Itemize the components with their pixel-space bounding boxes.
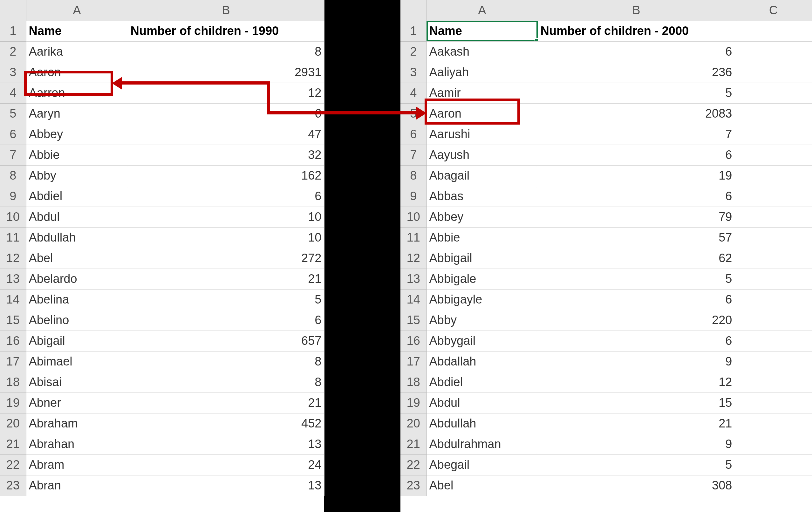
table-row[interactable]: 1NameNumber of children - 2000	[401, 21, 812, 41]
row-header[interactable]: 6	[0, 124, 26, 145]
cell-B7[interactable]: 32	[128, 145, 324, 165]
cell-A3[interactable]: Aaliyah	[427, 62, 538, 83]
table-row[interactable]: 7Aayush6	[401, 145, 812, 165]
cell-C18[interactable]	[735, 372, 812, 393]
cell-A10[interactable]: Abdul	[26, 206, 128, 227]
cell-A4[interactable]: Aamir	[427, 83, 538, 103]
row-header[interactable]: 7	[0, 145, 26, 165]
cell-A8[interactable]: Abby	[26, 165, 128, 186]
cell-B4[interactable]: 5	[538, 83, 735, 103]
cell-C13[interactable]	[735, 268, 812, 289]
cell-B20[interactable]: 452	[128, 413, 324, 434]
cell-B5[interactable]: 6	[128, 103, 324, 124]
select-all-corner[interactable]	[0, 0, 26, 21]
cell-B8[interactable]: 19	[538, 165, 735, 186]
cell-A1[interactable]: Name	[26, 21, 128, 41]
table-row[interactable]: 13Abelardo21	[0, 268, 324, 289]
cell-A17[interactable]: Abimael	[26, 351, 128, 372]
cell-C20[interactable]	[735, 413, 812, 434]
table-row[interactable]: 12Abbigail62	[401, 248, 812, 268]
row-header[interactable]: 6	[401, 124, 427, 145]
row-header[interactable]: 2	[401, 41, 427, 62]
cell-B8[interactable]: 162	[128, 165, 324, 186]
cell-A9[interactable]: Abdiel	[26, 186, 128, 206]
cell-A13[interactable]: Abbigale	[427, 268, 538, 289]
column-header-row[interactable]: A B C	[401, 0, 812, 21]
table-row[interactable]: 15Abelino6	[0, 310, 324, 331]
table-row[interactable]: 8Abagail19	[401, 165, 812, 186]
table-row[interactable]: 19Abner21	[0, 393, 324, 413]
cell-B19[interactable]: 21	[128, 393, 324, 413]
cell-B22[interactable]: 5	[538, 454, 735, 475]
cell-A22[interactable]: Abegail	[427, 454, 538, 475]
cell-C6[interactable]	[735, 124, 812, 145]
table-row[interactable]: 3Aaliyah236	[401, 62, 812, 83]
cell-B6[interactable]: 47	[128, 124, 324, 145]
cell-B16[interactable]: 6	[538, 331, 735, 351]
table-row[interactable]: 5Aaron2083	[401, 103, 812, 124]
cell-A20[interactable]: Abdullah	[427, 413, 538, 434]
cell-B11[interactable]: 10	[128, 227, 324, 248]
table-row[interactable]: 22Abram24	[0, 454, 324, 475]
row-header[interactable]: 21	[401, 434, 427, 454]
table-row[interactable]: 20Abdullah21	[401, 413, 812, 434]
row-header[interactable]: 5	[0, 103, 26, 124]
cell-C9[interactable]	[735, 186, 812, 206]
table-row[interactable]: 7Abbie32	[0, 145, 324, 165]
table-row[interactable]: 19Abdul15	[401, 393, 812, 413]
table-row[interactable]: 6Abbey47	[0, 124, 324, 145]
table-row[interactable]: 21Abrahan13	[0, 434, 324, 454]
row-header[interactable]: 23	[0, 475, 26, 496]
cell-A2[interactable]: Aakash	[427, 41, 538, 62]
cell-A15[interactable]: Abby	[427, 310, 538, 331]
cell-B11[interactable]: 57	[538, 227, 735, 248]
cell-A12[interactable]: Abbigail	[427, 248, 538, 268]
cell-A23[interactable]: Abran	[26, 475, 128, 496]
cell-A17[interactable]: Abdallah	[427, 351, 538, 372]
row-header[interactable]: 22	[401, 454, 427, 475]
cell-B9[interactable]: 6	[128, 186, 324, 206]
cell-B15[interactable]: 6	[128, 310, 324, 331]
column-header-row[interactable]: A B	[0, 0, 324, 21]
table-row[interactable]: 9Abbas6	[401, 186, 812, 206]
cell-B16[interactable]: 657	[128, 331, 324, 351]
cell-B17[interactable]: 9	[538, 351, 735, 372]
row-header[interactable]: 18	[0, 372, 26, 393]
cell-B20[interactable]: 21	[538, 413, 735, 434]
cell-B18[interactable]: 12	[538, 372, 735, 393]
cell-B12[interactable]: 272	[128, 248, 324, 268]
row-header[interactable]: 2	[0, 41, 26, 62]
row-header[interactable]: 19	[401, 393, 427, 413]
table-row[interactable]: 3Aaron2931	[0, 62, 324, 83]
cell-B3[interactable]: 236	[538, 62, 735, 83]
row-header[interactable]: 12	[401, 248, 427, 268]
row-header[interactable]: 1	[401, 21, 427, 41]
cell-B10[interactable]: 79	[538, 206, 735, 227]
row-header[interactable]: 23	[401, 475, 427, 496]
cell-A19[interactable]: Abner	[26, 393, 128, 413]
row-header[interactable]: 1	[0, 21, 26, 41]
table-row[interactable]: 14Abelina5	[0, 289, 324, 310]
cell-B19[interactable]: 15	[538, 393, 735, 413]
cell-A7[interactable]: Aayush	[427, 145, 538, 165]
table-row[interactable]: 13Abbigale5	[401, 268, 812, 289]
cell-A5[interactable]: Aaron	[427, 103, 538, 124]
row-header[interactable]: 15	[0, 310, 26, 331]
cell-C16[interactable]	[735, 331, 812, 351]
cell-A21[interactable]: Abrahan	[26, 434, 128, 454]
col-header-A[interactable]: A	[26, 0, 128, 21]
select-all-corner[interactable]	[401, 0, 427, 21]
table-row[interactable]: 5Aaryn6	[0, 103, 324, 124]
row-header[interactable]: 5	[401, 103, 427, 124]
table-row[interactable]: 18Abdiel12	[401, 372, 812, 393]
cell-A1[interactable]: Name	[427, 21, 538, 41]
cell-B21[interactable]: 9	[538, 434, 735, 454]
cell-A11[interactable]: Abbie	[427, 227, 538, 248]
cell-B23[interactable]: 13	[128, 475, 324, 496]
table-row[interactable]: 12Abel272	[0, 248, 324, 268]
table-row[interactable]: 8Abby162	[0, 165, 324, 186]
row-header[interactable]: 10	[0, 206, 26, 227]
cell-A23[interactable]: Abel	[427, 475, 538, 496]
row-header[interactable]: 11	[0, 227, 26, 248]
cell-C3[interactable]	[735, 62, 812, 83]
